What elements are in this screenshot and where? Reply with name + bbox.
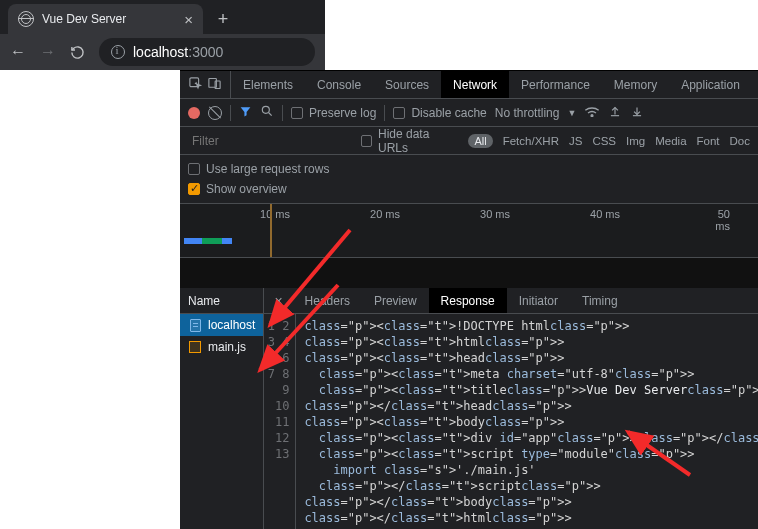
- browser-chrome: Vue Dev Server × + ← → localhost:3000: [0, 0, 325, 70]
- request-row-mainjs[interactable]: main.js: [180, 336, 263, 358]
- js-icon: [188, 340, 202, 354]
- request-list: Name localhost main.js: [180, 288, 264, 529]
- network-split: Name localhost main.js × Headers Preview…: [180, 288, 758, 529]
- tab-application[interactable]: Application: [669, 71, 752, 98]
- back-button[interactable]: ←: [10, 43, 26, 61]
- devtools-panel: Elements Console Sources Network Perform…: [180, 70, 758, 529]
- filter-bar: Hide data URLs All Fetch/XHR JS CSS Img …: [180, 127, 758, 155]
- tab-title: Vue Dev Server: [42, 12, 126, 26]
- close-detail-button[interactable]: ×: [264, 293, 292, 309]
- show-overview-checkbox[interactable]: Show overview: [188, 179, 750, 199]
- throttling-select[interactable]: No throttling: [495, 106, 560, 120]
- detail-tab-timing[interactable]: Timing: [570, 288, 630, 313]
- new-tab-button[interactable]: +: [209, 5, 237, 33]
- timeline-tick: 50 ms: [702, 208, 730, 232]
- timeline-marker: [270, 204, 272, 257]
- request-name: main.js: [208, 340, 246, 354]
- timeline-tick: 10 ms: [260, 208, 290, 220]
- detail-tab-preview[interactable]: Preview: [362, 288, 429, 313]
- line-gutter: 1 2 3 4 5 6 7 8 9 10 11 12 13: [264, 314, 296, 529]
- svg-point-3: [262, 106, 269, 113]
- filter-js[interactable]: JS: [569, 135, 582, 147]
- globe-icon: [18, 11, 34, 27]
- svg-point-4: [591, 115, 593, 117]
- browser-tab[interactable]: Vue Dev Server ×: [8, 4, 203, 34]
- network-options: Use large request rows Show overview: [180, 155, 758, 204]
- filter-all[interactable]: All: [468, 134, 492, 148]
- detail-tab-initiator[interactable]: Initiator: [507, 288, 570, 313]
- spacer: [180, 258, 758, 288]
- tab-strip: Vue Dev Server × +: [0, 0, 325, 34]
- hide-data-urls-checkbox[interactable]: Hide data URLs: [361, 127, 459, 155]
- site-info-icon[interactable]: [111, 45, 125, 59]
- filter-input[interactable]: [188, 132, 351, 150]
- separator: [230, 105, 231, 121]
- filter-media[interactable]: Media: [655, 135, 686, 147]
- address-bar[interactable]: localhost:3000: [99, 38, 315, 66]
- detail-tab-headers[interactable]: Headers: [293, 288, 362, 313]
- request-name: localhost: [208, 318, 255, 332]
- filter-img[interactable]: Img: [626, 135, 645, 147]
- timeline-bar: [202, 238, 222, 244]
- preserve-log-checkbox[interactable]: Preserve log: [291, 106, 376, 120]
- devtools-tabbar: Elements Console Sources Network Perform…: [180, 71, 758, 99]
- detail-tabbar: × Headers Preview Response Initiator Tim…: [264, 288, 758, 314]
- inspect-element-icon[interactable]: [188, 76, 203, 94]
- clear-button[interactable]: [208, 106, 222, 120]
- tab-memory[interactable]: Memory: [602, 71, 669, 98]
- url-host: localhost: [133, 44, 188, 60]
- document-icon: [188, 318, 202, 332]
- device-toggle-icon[interactable]: [207, 76, 222, 94]
- network-conditions-icon[interactable]: [584, 105, 600, 120]
- timeline-tick: 20 ms: [370, 208, 400, 220]
- chevron-down-icon: ▼: [567, 108, 576, 118]
- tab-network[interactable]: Network: [441, 71, 509, 98]
- response-body[interactable]: 1 2 3 4 5 6 7 8 9 10 11 12 13 class="p">…: [264, 314, 758, 529]
- forward-button[interactable]: →: [40, 43, 56, 61]
- tab-performance[interactable]: Performance: [509, 71, 602, 98]
- url-port: :3000: [188, 44, 223, 60]
- tab-console[interactable]: Console: [305, 71, 373, 98]
- separator: [282, 105, 283, 121]
- filter-css[interactable]: CSS: [592, 135, 616, 147]
- inspect-controls: [180, 71, 231, 98]
- browser-toolbar: ← → localhost:3000: [0, 34, 325, 70]
- detail-tab-response[interactable]: Response: [429, 288, 507, 313]
- search-icon[interactable]: [260, 104, 274, 121]
- filter-fetchxhr[interactable]: Fetch/XHR: [503, 135, 559, 147]
- network-toolbar: Preserve log Disable cache No throttling…: [180, 99, 758, 127]
- tab-elements[interactable]: Elements: [231, 71, 305, 98]
- timeline-tick: 30 ms: [480, 208, 510, 220]
- filter-doc[interactable]: Doc: [730, 135, 750, 147]
- tab-sources[interactable]: Sources: [373, 71, 441, 98]
- filter-font[interactable]: Font: [697, 135, 720, 147]
- request-row-localhost[interactable]: localhost: [180, 314, 263, 336]
- close-icon[interactable]: ×: [184, 12, 193, 27]
- record-button[interactable]: [188, 107, 200, 119]
- timeline-overview[interactable]: 10 ms 20 ms 30 ms 40 ms 50 ms: [180, 204, 758, 258]
- filter-toggle-icon[interactable]: [239, 105, 252, 121]
- download-icon[interactable]: [630, 104, 644, 121]
- request-detail: × Headers Preview Response Initiator Tim…: [264, 288, 758, 529]
- timeline-tick: 40 ms: [590, 208, 620, 220]
- upload-icon[interactable]: [608, 104, 622, 121]
- source-code: class="p"><class="t">!DOCTYPE htmlclass=…: [296, 314, 758, 529]
- separator: [384, 105, 385, 121]
- column-header-name[interactable]: Name: [180, 288, 263, 314]
- disable-cache-checkbox[interactable]: Disable cache: [393, 106, 486, 120]
- reload-button[interactable]: [70, 45, 85, 60]
- large-rows-checkbox[interactable]: Use large request rows: [188, 159, 750, 179]
